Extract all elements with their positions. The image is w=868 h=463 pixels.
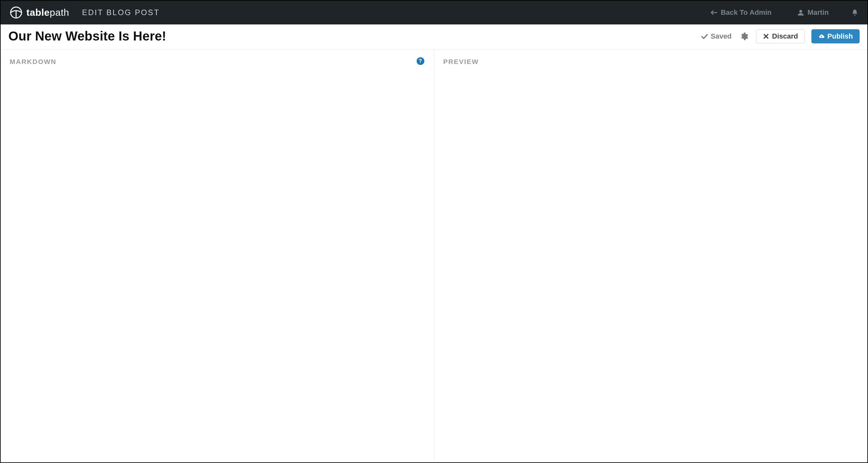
notifications-button[interactable] (851, 9, 858, 16)
markdown-pane[interactable]: MARKDOWN ? (1, 49, 434, 460)
editor-area: MARKDOWN ? PREVIEW (1, 49, 867, 460)
back-to-admin-label: Back To Admin (721, 8, 772, 17)
top-bar: tablepath EDIT BLOG POST Back To Admin M… (1, 1, 867, 25)
bell-icon (851, 9, 858, 16)
svg-point-3 (799, 10, 802, 13)
user-icon (797, 9, 804, 16)
brand-logo-icon (10, 6, 23, 19)
brand-name: tablepath (26, 7, 69, 18)
discard-button-label: Discard (772, 33, 798, 40)
back-to-admin-link[interactable]: Back To Admin (710, 8, 772, 17)
settings-button[interactable] (738, 32, 750, 41)
publish-button[interactable]: Publish (811, 29, 860, 43)
page-context: EDIT BLOG POST (82, 8, 160, 17)
preview-pane-label: PREVIEW (443, 58, 859, 66)
save-status-label: Saved (711, 32, 732, 40)
help-icon: ? (419, 58, 422, 64)
brand[interactable]: tablepath (10, 6, 69, 19)
markdown-help-button[interactable]: ? (416, 57, 424, 65)
check-icon (701, 33, 708, 40)
discard-button[interactable]: Discard (756, 29, 805, 43)
user-name: Martin (808, 8, 829, 17)
cloud-upload-icon (818, 33, 825, 39)
close-icon (763, 33, 769, 39)
publish-button-label: Publish (828, 33, 853, 40)
preview-pane: PREVIEW (434, 49, 868, 460)
markdown-pane-label: MARKDOWN (10, 58, 425, 66)
gear-icon (739, 32, 748, 41)
title-bar: Saved Discard Publish (1, 25, 867, 49)
user-menu[interactable]: Martin (797, 8, 829, 17)
arrow-left-icon (710, 9, 717, 16)
save-status: Saved (701, 32, 732, 40)
post-title-input[interactable] (8, 29, 694, 43)
